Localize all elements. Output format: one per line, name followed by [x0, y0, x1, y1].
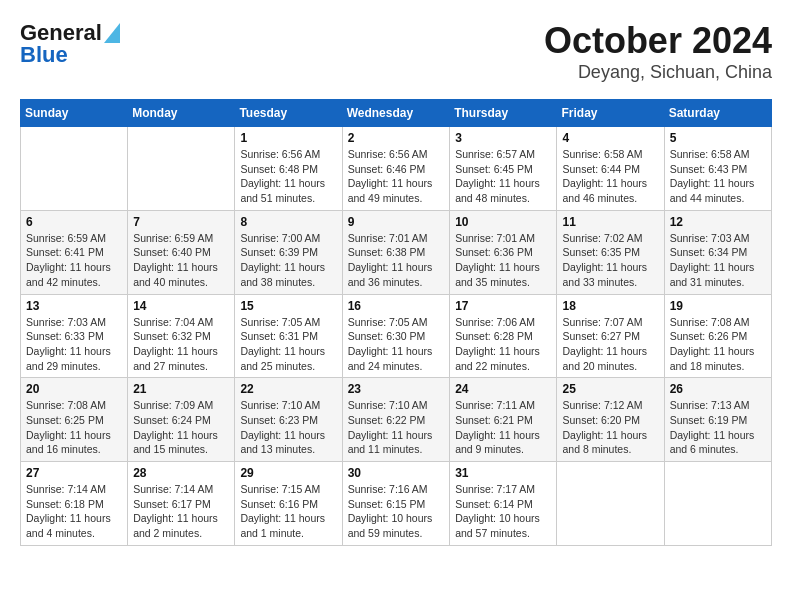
- day-info: Sunrise: 7:04 AMSunset: 6:32 PMDaylight:…: [133, 315, 229, 374]
- calendar-cell: 30Sunrise: 7:16 AMSunset: 6:15 PMDayligh…: [342, 462, 450, 546]
- day-number: 15: [240, 299, 336, 313]
- day-number: 14: [133, 299, 229, 313]
- day-number: 8: [240, 215, 336, 229]
- calendar-cell: 24Sunrise: 7:11 AMSunset: 6:21 PMDayligh…: [450, 378, 557, 462]
- calendar-cell: [664, 462, 771, 546]
- weekday-header: Sunday: [21, 100, 128, 127]
- weekday-header: Wednesday: [342, 100, 450, 127]
- calendar-cell: 27Sunrise: 7:14 AMSunset: 6:18 PMDayligh…: [21, 462, 128, 546]
- day-number: 30: [348, 466, 445, 480]
- calendar-cell: 5Sunrise: 6:58 AMSunset: 6:43 PMDaylight…: [664, 127, 771, 211]
- calendar-cell: 20Sunrise: 7:08 AMSunset: 6:25 PMDayligh…: [21, 378, 128, 462]
- day-info: Sunrise: 7:05 AMSunset: 6:31 PMDaylight:…: [240, 315, 336, 374]
- calendar-week-row: 6Sunrise: 6:59 AMSunset: 6:41 PMDaylight…: [21, 210, 772, 294]
- day-number: 29: [240, 466, 336, 480]
- calendar-cell: 10Sunrise: 7:01 AMSunset: 6:36 PMDayligh…: [450, 210, 557, 294]
- calendar-cell: 14Sunrise: 7:04 AMSunset: 6:32 PMDayligh…: [128, 294, 235, 378]
- day-info: Sunrise: 7:01 AMSunset: 6:36 PMDaylight:…: [455, 231, 551, 290]
- calendar-week-row: 1Sunrise: 6:56 AMSunset: 6:48 PMDaylight…: [21, 127, 772, 211]
- day-number: 3: [455, 131, 551, 145]
- day-number: 22: [240, 382, 336, 396]
- calendar-cell: [557, 462, 664, 546]
- day-info: Sunrise: 7:10 AMSunset: 6:22 PMDaylight:…: [348, 398, 445, 457]
- day-info: Sunrise: 6:59 AMSunset: 6:40 PMDaylight:…: [133, 231, 229, 290]
- day-number: 27: [26, 466, 122, 480]
- day-number: 26: [670, 382, 766, 396]
- day-info: Sunrise: 7:09 AMSunset: 6:24 PMDaylight:…: [133, 398, 229, 457]
- day-number: 7: [133, 215, 229, 229]
- day-number: 6: [26, 215, 122, 229]
- day-info: Sunrise: 7:10 AMSunset: 6:23 PMDaylight:…: [240, 398, 336, 457]
- calendar-week-row: 13Sunrise: 7:03 AMSunset: 6:33 PMDayligh…: [21, 294, 772, 378]
- day-info: Sunrise: 7:11 AMSunset: 6:21 PMDaylight:…: [455, 398, 551, 457]
- day-info: Sunrise: 6:58 AMSunset: 6:43 PMDaylight:…: [670, 147, 766, 206]
- day-number: 25: [562, 382, 658, 396]
- calendar-cell: 8Sunrise: 7:00 AMSunset: 6:39 PMDaylight…: [235, 210, 342, 294]
- day-number: 21: [133, 382, 229, 396]
- title-block: October 2024 Deyang, Sichuan, China: [544, 20, 772, 83]
- day-info: Sunrise: 6:56 AMSunset: 6:46 PMDaylight:…: [348, 147, 445, 206]
- day-info: Sunrise: 7:03 AMSunset: 6:34 PMDaylight:…: [670, 231, 766, 290]
- page-header: General Blue October 2024 Deyang, Sichua…: [20, 20, 772, 83]
- calendar-cell: 1Sunrise: 6:56 AMSunset: 6:48 PMDaylight…: [235, 127, 342, 211]
- calendar-cell: 16Sunrise: 7:05 AMSunset: 6:30 PMDayligh…: [342, 294, 450, 378]
- day-info: Sunrise: 6:58 AMSunset: 6:44 PMDaylight:…: [562, 147, 658, 206]
- day-number: 13: [26, 299, 122, 313]
- day-info: Sunrise: 6:57 AMSunset: 6:45 PMDaylight:…: [455, 147, 551, 206]
- day-number: 20: [26, 382, 122, 396]
- calendar-table: SundayMondayTuesdayWednesdayThursdayFrid…: [20, 99, 772, 546]
- day-info: Sunrise: 7:02 AMSunset: 6:35 PMDaylight:…: [562, 231, 658, 290]
- day-info: Sunrise: 6:56 AMSunset: 6:48 PMDaylight:…: [240, 147, 336, 206]
- day-info: Sunrise: 7:05 AMSunset: 6:30 PMDaylight:…: [348, 315, 445, 374]
- weekday-row: SundayMondayTuesdayWednesdayThursdayFrid…: [21, 100, 772, 127]
- day-info: Sunrise: 6:59 AMSunset: 6:41 PMDaylight:…: [26, 231, 122, 290]
- calendar-cell: 21Sunrise: 7:09 AMSunset: 6:24 PMDayligh…: [128, 378, 235, 462]
- day-info: Sunrise: 7:03 AMSunset: 6:33 PMDaylight:…: [26, 315, 122, 374]
- calendar-cell: 26Sunrise: 7:13 AMSunset: 6:19 PMDayligh…: [664, 378, 771, 462]
- day-number: 2: [348, 131, 445, 145]
- calendar-cell: 15Sunrise: 7:05 AMSunset: 6:31 PMDayligh…: [235, 294, 342, 378]
- weekday-header: Monday: [128, 100, 235, 127]
- calendar-header: SundayMondayTuesdayWednesdayThursdayFrid…: [21, 100, 772, 127]
- day-number: 28: [133, 466, 229, 480]
- day-number: 5: [670, 131, 766, 145]
- page-subtitle: Deyang, Sichuan, China: [544, 62, 772, 83]
- day-number: 23: [348, 382, 445, 396]
- logo: General Blue: [20, 20, 120, 68]
- day-info: Sunrise: 7:14 AMSunset: 6:17 PMDaylight:…: [133, 482, 229, 541]
- weekday-header: Saturday: [664, 100, 771, 127]
- day-info: Sunrise: 7:13 AMSunset: 6:19 PMDaylight:…: [670, 398, 766, 457]
- logo-blue-text: Blue: [20, 42, 68, 68]
- day-number: 24: [455, 382, 551, 396]
- day-info: Sunrise: 7:08 AMSunset: 6:26 PMDaylight:…: [670, 315, 766, 374]
- calendar-cell: 3Sunrise: 6:57 AMSunset: 6:45 PMDaylight…: [450, 127, 557, 211]
- day-info: Sunrise: 7:12 AMSunset: 6:20 PMDaylight:…: [562, 398, 658, 457]
- calendar-cell: 23Sunrise: 7:10 AMSunset: 6:22 PMDayligh…: [342, 378, 450, 462]
- calendar-cell: 22Sunrise: 7:10 AMSunset: 6:23 PMDayligh…: [235, 378, 342, 462]
- day-number: 1: [240, 131, 336, 145]
- calendar-cell: 18Sunrise: 7:07 AMSunset: 6:27 PMDayligh…: [557, 294, 664, 378]
- calendar-cell: 12Sunrise: 7:03 AMSunset: 6:34 PMDayligh…: [664, 210, 771, 294]
- calendar-cell: [128, 127, 235, 211]
- day-info: Sunrise: 7:15 AMSunset: 6:16 PMDaylight:…: [240, 482, 336, 541]
- calendar-cell: [21, 127, 128, 211]
- day-number: 10: [455, 215, 551, 229]
- day-number: 4: [562, 131, 658, 145]
- day-info: Sunrise: 7:17 AMSunset: 6:14 PMDaylight:…: [455, 482, 551, 541]
- day-number: 18: [562, 299, 658, 313]
- day-info: Sunrise: 7:08 AMSunset: 6:25 PMDaylight:…: [26, 398, 122, 457]
- calendar-cell: 2Sunrise: 6:56 AMSunset: 6:46 PMDaylight…: [342, 127, 450, 211]
- day-number: 17: [455, 299, 551, 313]
- day-number: 16: [348, 299, 445, 313]
- calendar-cell: 13Sunrise: 7:03 AMSunset: 6:33 PMDayligh…: [21, 294, 128, 378]
- calendar-cell: 9Sunrise: 7:01 AMSunset: 6:38 PMDaylight…: [342, 210, 450, 294]
- day-number: 31: [455, 466, 551, 480]
- calendar-cell: 19Sunrise: 7:08 AMSunset: 6:26 PMDayligh…: [664, 294, 771, 378]
- day-number: 19: [670, 299, 766, 313]
- weekday-header: Friday: [557, 100, 664, 127]
- calendar-week-row: 20Sunrise: 7:08 AMSunset: 6:25 PMDayligh…: [21, 378, 772, 462]
- day-number: 9: [348, 215, 445, 229]
- calendar-cell: 4Sunrise: 6:58 AMSunset: 6:44 PMDaylight…: [557, 127, 664, 211]
- day-info: Sunrise: 7:01 AMSunset: 6:38 PMDaylight:…: [348, 231, 445, 290]
- calendar-cell: 28Sunrise: 7:14 AMSunset: 6:17 PMDayligh…: [128, 462, 235, 546]
